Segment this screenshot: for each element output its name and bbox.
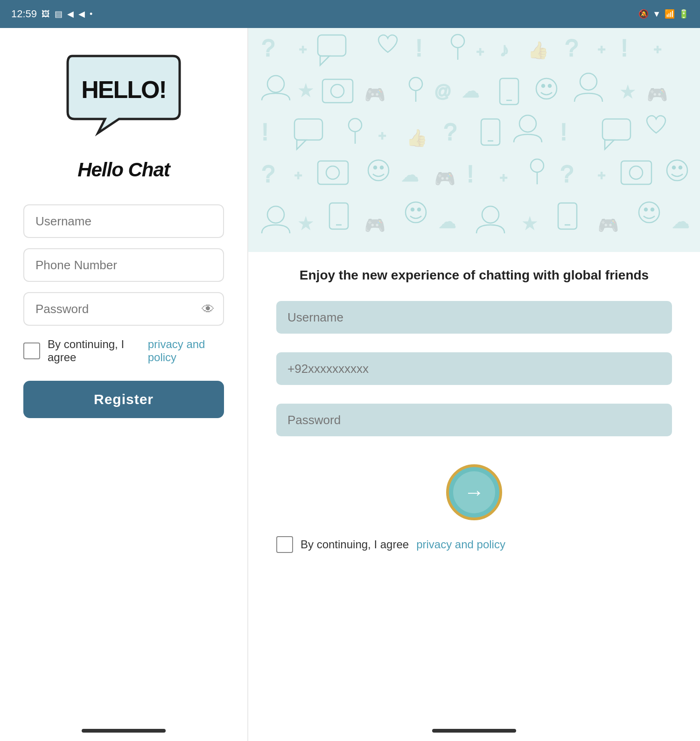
hello-bubble: HELLO! [58,47,189,149]
right-username-input[interactable] [276,301,672,334]
svg-text:!: ! [621,35,628,61]
nav2-icon: ◀ [78,9,85,19]
svg-text:🎮: 🎮 [364,215,385,235]
status-bar-left: 12:59 🖼 ▤ ◀ ◀ • [11,8,92,20]
battery-icon: 🔋 [679,9,689,19]
right-agree-row: By continuing, I agree privacy and polic… [276,536,672,553]
signal-icon: 📶 [665,9,675,19]
svg-text:☁: ☁ [462,82,479,101]
svg-point-6 [451,35,464,48]
tagline: Enjoy the new experience of chatting wit… [300,266,649,284]
svg-point-72 [411,208,414,211]
right-content: Enjoy the new experience of chatting wit… [248,252,700,572]
phone-input[interactable] [23,248,224,282]
right-agree-text: By continuing, I agree [301,538,409,551]
svg-point-52 [380,166,383,169]
svg-point-80 [639,202,659,223]
svg-text:☁: ☁ [672,212,689,231]
svg-point-50 [368,160,389,181]
svg-point-64 [672,166,675,169]
right-password-input[interactable] [276,404,672,436]
submit-circle-button[interactable]: → [446,464,502,520]
svg-point-75 [482,206,499,223]
password-wrapper: 👁 [23,292,224,326]
svg-text:☁: ☁ [402,166,419,185]
svg-point-35 [349,119,362,132]
svg-point-81 [644,208,647,211]
right-agree-checkbox[interactable] [276,536,293,553]
svg-text:HELLO!: HELLO! [81,76,166,103]
svg-text:🎮: 🎮 [598,215,619,235]
svg-text:★: ★ [299,82,313,99]
nav-icon: ◀ [67,9,74,19]
svg-point-62 [630,166,643,179]
svg-point-63 [667,160,687,181]
svg-rect-3 [318,35,346,56]
svg-point-29 [580,73,597,90]
svg-text:♪: ♪ [500,39,509,60]
right-phone-input[interactable] [276,352,672,385]
dot-icon: • [90,9,92,19]
svg-text:+: + [654,42,661,56]
svg-text:+: + [378,128,386,143]
svg-marker-45 [605,140,614,149]
eye-icon[interactable]: 👁 [202,301,215,317]
photo-icon: 🖼 [42,9,50,19]
status-bar-right: 🔕 ▼ 📶 🔋 [638,9,689,19]
svg-text:!: ! [416,35,422,61]
svg-point-57 [531,159,544,172]
register-button[interactable]: Register [23,381,224,418]
svg-text:+: + [598,42,605,56]
svg-text:★: ★ [621,84,635,100]
right-panel: ? + ! + ♪ 👍 ? + [248,28,700,741]
app-title: Hello Chat [77,159,170,181]
svg-text:☁: ☁ [439,212,456,231]
mute-icon: 🔕 [638,9,649,19]
svg-point-27 [542,84,545,87]
svg-rect-61 [621,161,651,184]
svg-point-15 [267,76,284,92]
svg-text:🎮: 🎮 [434,168,455,189]
svg-text:+: + [598,168,605,182]
arrow-right-icon: → [464,481,484,504]
svg-rect-48 [318,161,348,184]
username-input[interactable] [23,204,224,238]
left-panel: HELLO! Hello Chat 👁 By continuing, I agr… [0,28,247,741]
svg-point-65 [679,166,682,169]
svg-text:?: ? [262,161,275,187]
svg-point-71 [406,202,426,223]
svg-text:?: ? [565,35,578,61]
svg-text:🎮: 🎮 [364,84,385,105]
svg-text:?: ? [444,119,457,145]
svg-text:?: ? [262,35,275,61]
right-phone-group [276,352,672,393]
right-password-group [276,404,672,445]
svg-point-82 [651,208,654,211]
svg-text:★: ★ [299,215,313,232]
svg-point-51 [374,166,377,169]
svg-text:!: ! [560,119,567,145]
svg-text:?: ? [560,161,574,187]
agree-row: By continuing, I agree privacy and polic… [23,338,224,364]
username-form-group [23,204,224,238]
password-form-group: 👁 [23,292,224,326]
svg-marker-4 [320,56,329,65]
svg-point-73 [418,208,420,211]
svg-text:🎮: 🎮 [647,84,668,105]
submit-circle-inner: → [453,471,495,513]
svg-text:★: ★ [523,215,537,232]
bottom-bar-left [82,729,166,733]
agree-checkbox[interactable] [23,343,40,359]
pattern-background: ? + ! + ♪ 👍 ? + [248,28,700,252]
svg-text:👍: 👍 [528,40,549,60]
svg-rect-17 [322,79,353,103]
svg-point-28 [548,84,551,87]
svg-point-18 [331,84,344,98]
svg-text:+: + [299,42,307,56]
right-agree-link[interactable]: privacy and policy [416,538,505,551]
svg-text:!: ! [262,119,268,145]
agree-link[interactable]: privacy and policy [148,338,224,364]
agree-text: By continuing, I agree [48,338,140,364]
password-input[interactable] [23,292,224,326]
svg-text:👍: 👍 [406,128,427,148]
